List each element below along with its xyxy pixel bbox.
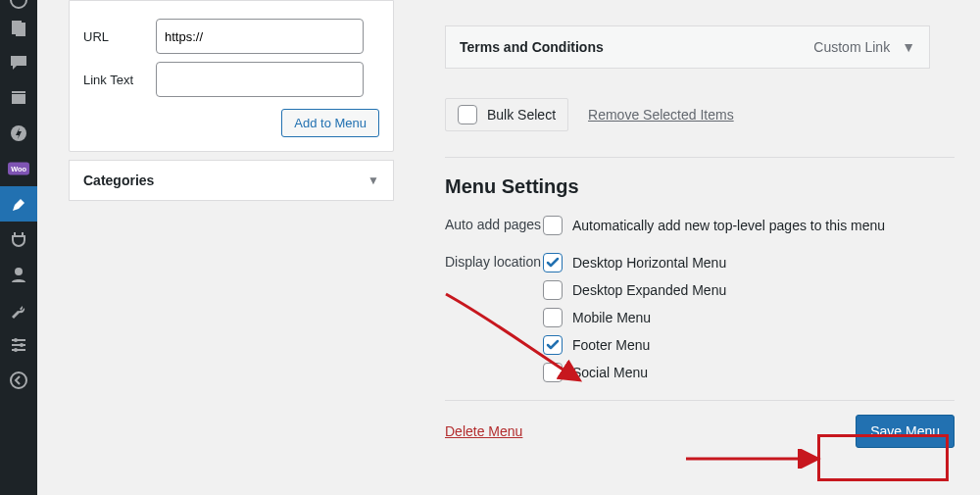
add-to-menu-button[interactable]: Add to Menu (281, 109, 379, 137)
svg-rect-4 (12, 94, 25, 104)
woocommerce-icon: Woo (8, 162, 29, 175)
amp-icon (9, 124, 28, 143)
check-icon (546, 338, 560, 352)
display-location-label: Social Menu (572, 365, 648, 380)
link-text-input[interactable] (156, 62, 364, 97)
display-location-checkbox[interactable] (543, 363, 563, 382)
sidebar-item-users[interactable] (0, 257, 37, 292)
sidebar-item-top-partial[interactable] (0, 0, 37, 10)
display-location-label: Footer Menu (572, 337, 650, 353)
sidebar-item-woocommerce[interactable]: Woo (0, 151, 37, 186)
sidebar-item-plugins[interactable] (0, 222, 37, 257)
menu-item-type: Custom Link ▼ (813, 39, 915, 55)
menu-item-type-label: Custom Link (813, 39, 890, 55)
posts-icon (9, 18, 28, 37)
tools-icon (9, 300, 28, 320)
sidebar-item-settings[interactable] (0, 327, 37, 363)
categories-accordion[interactable]: Categories ▼ (69, 160, 394, 201)
sidebar-item-appearance[interactable] (0, 186, 37, 222)
appearance-icon (9, 194, 28, 214)
bulk-select-checkbox[interactable] (458, 105, 477, 124)
auto-add-option[interactable]: Automatically add new top-level pages to… (543, 216, 974, 235)
save-menu-button[interactable]: Save Menu (856, 415, 955, 448)
link-text-label: Link Text (83, 73, 156, 87)
check-icon (546, 256, 560, 270)
display-location-checkbox[interactable] (543, 280, 563, 300)
display-location-option[interactable]: Social Menu (543, 363, 974, 382)
delete-menu-link[interactable]: Delete Menu (445, 423, 522, 439)
display-location-label: Desktop Horizontal Menu (572, 255, 726, 271)
collapse-icon (9, 371, 28, 390)
remove-selected-link[interactable]: Remove Selected Items (588, 107, 734, 123)
plugins-icon (9, 229, 28, 249)
auto-add-pages-row: Auto add pages Automatically add new top… (445, 216, 974, 235)
chevron-down-icon: ▼ (368, 173, 379, 187)
bulk-actions-row: Bulk Select Remove Selected Items (445, 98, 974, 131)
sidebar-item-pages[interactable] (0, 80, 37, 116)
url-label: URL (83, 29, 156, 44)
categories-title: Categories (83, 173, 154, 188)
add-menu-items-panel: URL Link Text Add to Menu Categories ▼ (69, 0, 394, 201)
settings-icon (9, 335, 28, 355)
auto-add-label: Auto add pages (445, 216, 543, 235)
pages-icon (9, 88, 28, 108)
svg-point-9 (15, 268, 23, 275)
svg-point-0 (11, 0, 26, 8)
sidebar-item-collapse[interactable] (0, 363, 37, 398)
auto-add-checkbox[interactable] (543, 216, 563, 235)
display-location-option[interactable]: Desktop Expanded Menu (543, 280, 974, 300)
bulk-select-label: Bulk Select (487, 107, 556, 123)
menu-footer-row: Delete Menu Save Menu (445, 400, 955, 448)
svg-point-14 (20, 343, 24, 347)
svg-rect-3 (16, 23, 25, 36)
svg-point-16 (11, 372, 26, 388)
display-location-label: Desktop Expanded Menu (572, 282, 726, 298)
comments-icon (9, 53, 28, 73)
chevron-down-icon: ▼ (902, 39, 915, 55)
display-location-checkbox[interactable] (543, 308, 563, 327)
url-input[interactable] (156, 19, 364, 54)
svg-text:Woo: Woo (11, 165, 26, 173)
menu-item-title: Terms and Conditions (460, 39, 604, 55)
sidebar-item-tools[interactable] (0, 292, 37, 327)
svg-point-15 (14, 348, 18, 352)
display-location-option[interactable]: Desktop Horizontal Menu (543, 253, 974, 272)
users-icon (9, 265, 28, 284)
svg-rect-5 (12, 91, 25, 93)
main-content: URL Link Text Add to Menu Categories ▼ T… (37, 0, 980, 495)
display-location-row: Display location Desktop Horizontal Menu… (445, 253, 974, 382)
annotation-arrow-save (684, 449, 821, 469)
menu-item-terms-and-conditions[interactable]: Terms and Conditions Custom Link ▼ (445, 25, 930, 69)
url-field-row: URL (83, 19, 379, 54)
display-location-checkbox[interactable] (543, 253, 563, 272)
display-location-option[interactable]: Footer Menu (543, 335, 974, 355)
menu-settings-heading: Menu Settings (445, 175, 974, 198)
svg-point-13 (14, 338, 18, 342)
custom-links-card: URL Link Text Add to Menu (69, 0, 394, 152)
divider (445, 157, 955, 158)
auto-add-option-label: Automatically add new top-level pages to… (572, 218, 885, 233)
display-location-checkbox[interactable] (543, 335, 563, 355)
bulk-select-toggle[interactable]: Bulk Select (445, 98, 568, 131)
link-text-field-row: Link Text (83, 62, 379, 97)
sidebar-item-posts[interactable] (0, 10, 37, 45)
dashboard-icon (9, 0, 28, 10)
sidebar-item-amp[interactable] (0, 116, 37, 151)
display-location-option[interactable]: Mobile Menu (543, 308, 974, 327)
menu-structure-panel: Terms and Conditions Custom Link ▼ Bulk … (445, 0, 974, 448)
sidebar-item-comments[interactable] (0, 45, 37, 80)
admin-sidebar: Woo (0, 0, 37, 495)
display-location-label: Display location (445, 253, 543, 272)
display-location-label: Mobile Menu (572, 310, 651, 325)
